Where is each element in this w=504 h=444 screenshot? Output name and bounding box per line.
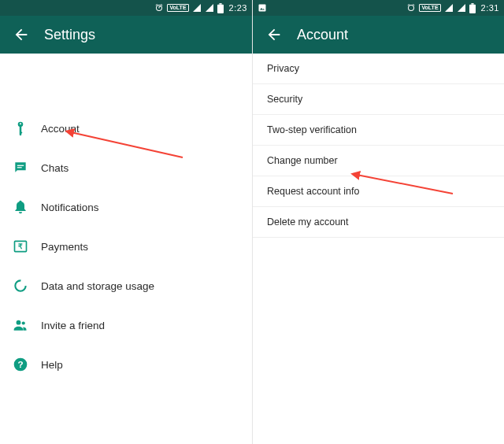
signal-icon [192, 3, 202, 13]
list-item-change-number[interactable]: Change number [253, 146, 504, 176]
list-item-label: Request account info [267, 186, 359, 197]
list-item-help[interactable]: ? Help [0, 345, 252, 384]
people-icon [13, 317, 41, 333]
list-item-notifications[interactable]: Notifications [0, 187, 252, 227]
alarm-icon [406, 3, 416, 13]
signal-icon-2 [205, 3, 214, 13]
rupee-icon: ₹ [13, 239, 41, 254]
battery-icon [217, 3, 224, 13]
list-item-label: Data and storage usage [41, 280, 252, 292]
list-item-data-usage[interactable]: Data and storage usage [0, 266, 252, 305]
svg-point-7 [17, 320, 21, 325]
status-clock: 2:23 [229, 3, 247, 13]
svg-point-6 [15, 280, 25, 290]
list-item-label: Two-step verification [267, 124, 357, 135]
status-bar: VoLTE 2:31 [253, 0, 504, 16]
list-item-label: Chats [41, 162, 252, 174]
svg-rect-12 [469, 4, 476, 13]
data-icon [13, 278, 41, 294]
back-button[interactable] [262, 23, 286, 46]
svg-rect-1 [219, 3, 221, 5]
bell-icon [13, 199, 41, 215]
volte-badge: VoLTE [167, 4, 188, 12]
list-item-security[interactable]: Security [253, 84, 504, 115]
help-icon: ? [13, 357, 41, 372]
settings-content: Account Chats Notifications [0, 54, 252, 384]
alarm-icon [154, 3, 164, 13]
list-item-chats[interactable]: Chats [0, 148, 252, 187]
list-item-account[interactable]: Account [0, 109, 252, 148]
list-item-privacy[interactable]: Privacy [253, 54, 504, 84]
list-item-label: Privacy [267, 63, 299, 74]
signal-icon [444, 3, 454, 13]
arrow-back-icon [265, 26, 283, 43]
list-item-request-info[interactable]: Request account info [253, 176, 504, 207]
app-bar: Account [253, 16, 504, 54]
page-title: Settings [44, 27, 95, 43]
app-bar: Settings [0, 16, 252, 54]
list-item-label: Notifications [41, 202, 252, 213]
key-icon [13, 120, 41, 136]
svg-rect-2 [17, 165, 24, 166]
list-item-two-step[interactable]: Two-step verification [253, 115, 504, 146]
status-bar: VoLTE 2:23 [0, 0, 252, 16]
svg-rect-3 [17, 167, 22, 168]
list-item-label: Change number [267, 155, 338, 166]
image-indicator-icon [258, 3, 267, 13]
list-item-label: Payments [41, 241, 252, 253]
signal-icon-2 [457, 3, 466, 13]
account-content: Privacy Security Two-step verification C… [253, 54, 504, 238]
svg-rect-11 [259, 5, 266, 12]
chat-icon [13, 160, 41, 176]
list-item-invite[interactable]: Invite a friend [0, 305, 252, 345]
volte-badge: VoLTE [419, 4, 440, 12]
list-item-label: Security [267, 94, 302, 105]
back-button[interactable] [9, 23, 33, 46]
list-item-label: Delete my account [267, 216, 349, 228]
arrow-back-icon [13, 26, 30, 43]
settings-list: Account Chats Notifications [0, 109, 252, 384]
status-clock: 2:31 [481, 3, 499, 13]
svg-point-8 [22, 321, 25, 324]
battery-icon [469, 3, 476, 13]
profile-gap [0, 54, 252, 109]
svg-text:?: ? [17, 359, 23, 369]
page-title: Account [297, 27, 348, 43]
svg-text:₹: ₹ [18, 242, 23, 250]
list-item-label: Help [41, 359, 252, 371]
list-item-delete-account[interactable]: Delete my account [253, 207, 504, 238]
svg-rect-13 [471, 3, 473, 5]
phone-settings: VoLTE 2:23 Settings Account [0, 0, 252, 444]
list-item-label: Invite a friend [41, 320, 252, 331]
svg-rect-0 [217, 4, 224, 13]
list-item-payments[interactable]: ₹ Payments [0, 227, 252, 266]
phone-account: VoLTE 2:31 Account Privacy Security Two-… [252, 0, 504, 444]
list-item-label: Account [41, 123, 252, 135]
